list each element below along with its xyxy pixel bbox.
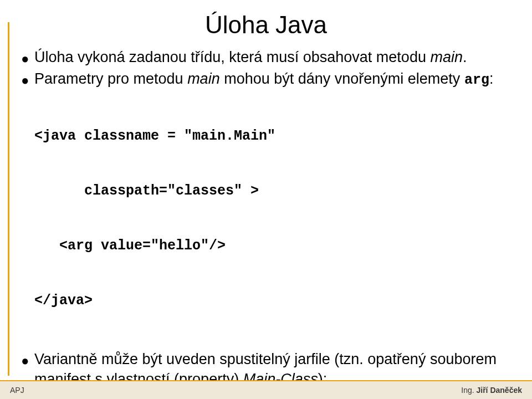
bullet-text: Parametry pro metodu main mohou být dány… [34, 69, 510, 90]
slide-content: ● Úloha vykoná zadanou třídu, která musí… [21, 48, 510, 399]
text-run: . [463, 49, 467, 65]
footer-author: Jiří Daněček [477, 386, 523, 395]
inline-code: arg [464, 72, 489, 88]
slide-footer: APJ Ing. Jiří Daněček [0, 380, 532, 399]
text-run: Parametry pro metodu [34, 70, 187, 87]
vertical-rule [8, 22, 9, 376]
code-block: <java classname = "main.Main" classpath=… [34, 90, 510, 346]
bullet-dot: ● [21, 48, 34, 68]
footer-prefix: Ing. [461, 386, 476, 395]
code-line: <java classname = "main.Main" [34, 127, 510, 145]
bullet-item: ● Úloha vykoná zadanou třídu, která musí… [21, 48, 510, 68]
bullet-dot: ● [21, 69, 34, 90]
text-run: Úloha vykoná zadanou třídu, která musí o… [34, 49, 430, 65]
bullet-item: ● Parametry pro metodu main mohou být dá… [21, 69, 510, 90]
code-line: </java> [34, 291, 510, 310]
text-run: : [489, 70, 494, 87]
code-line: <arg value="hello"/> [34, 237, 510, 255]
text-em: main [430, 49, 463, 65]
slide-title: Úloha Java [0, 11, 532, 39]
slide: Úloha Java ● Úloha vykoná zadanou třídu,… [0, 0, 532, 399]
footer-right: Ing. Jiří Daněček [461, 386, 522, 395]
footer-left: APJ [10, 386, 24, 395]
text-em: main [187, 70, 220, 87]
bullet-text: Úloha vykoná zadanou třídu, která musí o… [34, 48, 510, 68]
code-line: classpath="classes" > [34, 182, 510, 200]
text-run: mohou být dány vnořenými elemety [220, 70, 464, 87]
